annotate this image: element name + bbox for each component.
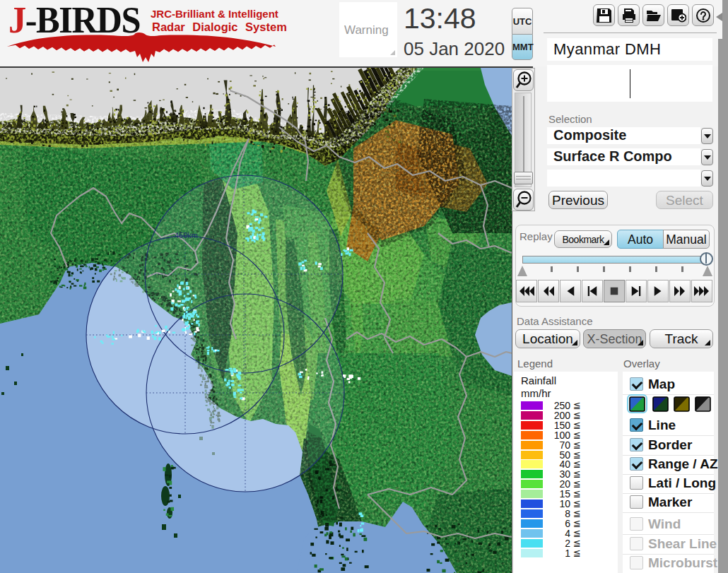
svg-text:450km: 450km — [175, 231, 198, 240]
